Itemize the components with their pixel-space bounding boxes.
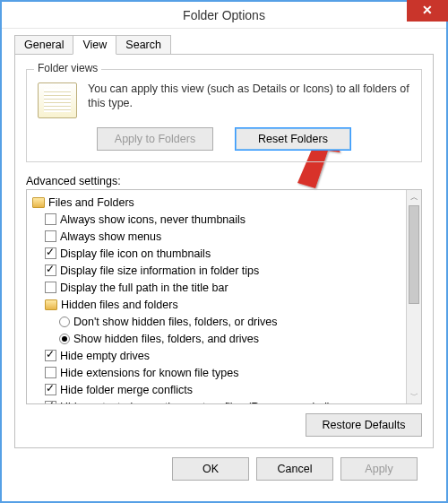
tree-item-label: Hide folder merge conflicts <box>60 384 193 396</box>
tab-general[interactable]: General <box>14 35 73 55</box>
checkbox-icon[interactable] <box>45 213 56 225</box>
checkbox-icon[interactable] <box>45 401 56 403</box>
window-title: Folder Options <box>2 2 446 29</box>
scroll-thumb[interactable] <box>409 205 419 304</box>
reset-folders-button[interactable]: Reset Folders <box>235 127 351 151</box>
folder-views-label: Folder views <box>34 62 101 74</box>
advanced-settings-label: Advanced settings: <box>26 175 422 187</box>
checkbox-icon[interactable] <box>45 282 56 293</box>
tab-panel-view: Folder views You can apply this view (su… <box>14 54 434 448</box>
cancel-button[interactable]: Cancel <box>256 457 333 481</box>
tree-item-label: Display file size information in folder … <box>60 265 259 277</box>
folder-views-row: You can apply this view (such as Details… <box>38 82 410 118</box>
tree-item-label: Display file icon on thumbnails <box>60 247 211 260</box>
tab-view[interactable]: View <box>73 35 116 55</box>
tree-item[interactable]: Always show menus <box>32 228 406 245</box>
tab-search[interactable]: Search <box>116 35 171 55</box>
scroll-down-arrow[interactable]: ﹀ <box>407 388 421 403</box>
checkbox-icon[interactable] <box>45 265 56 276</box>
tree-item[interactable]: Hide protected operating system files (R… <box>32 398 406 403</box>
tree-root: Files and Folders <box>32 194 406 211</box>
tree-root-label: Files and Folders <box>48 196 134 209</box>
tree-item-label: Hide empty drives <box>60 350 150 362</box>
folder-icon <box>32 197 45 208</box>
tree-item[interactable]: Display file icon on thumbnails <box>32 245 406 262</box>
content-area: General View Search Folder views You can… <box>2 29 446 490</box>
folder-views-buttons: Apply to Folders Reset Folders <box>38 127 410 151</box>
tree-item-label: Hide protected operating system files (R… <box>60 401 331 404</box>
checkbox-icon[interactable] <box>45 247 56 259</box>
scroll-up-arrow[interactable]: ︿ <box>407 190 421 205</box>
folder-options-window: Folder Options ✕ General View Search Fol… <box>0 0 448 503</box>
checkbox-icon[interactable] <box>45 384 56 395</box>
tree-item-label: Don't show hidden files, folders, or dri… <box>73 316 278 328</box>
tree-item[interactable]: Hide extensions for known file types <box>32 364 406 381</box>
tree-radio-item[interactable]: Show hidden files, folders, and drives <box>32 330 406 347</box>
restore-row: Restore Defaults <box>26 413 422 437</box>
tree-group: Hidden files and folders <box>32 296 406 313</box>
radio-icon[interactable] <box>59 334 70 344</box>
tree-item[interactable]: Hide folder merge conflicts <box>32 381 406 398</box>
restore-defaults-button[interactable]: Restore Defaults <box>306 413 422 437</box>
apply-button[interactable]: Apply <box>340 457 418 481</box>
tree-item-label: Always show menus <box>60 230 161 243</box>
tree-item-label: Display the full path in the title bar <box>60 282 228 294</box>
tree-item-label: Hide extensions for known file types <box>60 367 238 379</box>
advanced-settings-box: Files and Folders Always show icons, nev… <box>26 189 422 404</box>
checkbox-icon[interactable] <box>45 230 56 242</box>
tab-strip: General View Search <box>14 35 434 55</box>
apply-to-folders-button[interactable]: Apply to Folders <box>97 127 213 151</box>
checkbox-icon[interactable] <box>45 350 56 361</box>
tree-item-label: Show hidden files, folders, and drives <box>73 333 259 345</box>
tree-item[interactable]: Always show icons, never thumbnails <box>32 211 406 228</box>
tree-item-label: Always show icons, never thumbnails <box>60 213 246 226</box>
dialog-footer: OK Cancel Apply <box>14 448 434 481</box>
close-button[interactable]: ✕ <box>407 0 448 22</box>
folder-icon <box>45 299 57 310</box>
scroll-track[interactable] <box>407 304 421 388</box>
tree-item[interactable]: Hide empty drives <box>32 347 406 364</box>
scrollbar[interactable]: ︿ ﹀ <box>406 190 421 403</box>
tree-item[interactable]: Display the full path in the title bar <box>32 279 406 296</box>
tree-item[interactable]: Display file size information in folder … <box>32 262 406 279</box>
folder-views-icon <box>38 82 77 118</box>
checkbox-icon[interactable] <box>45 367 56 378</box>
folder-views-description: You can apply this view (such as Details… <box>88 82 410 118</box>
tree-radio-item[interactable]: Don't show hidden files, folders, or dri… <box>32 313 406 330</box>
radio-icon[interactable] <box>59 317 70 327</box>
folder-views-group: Folder views You can apply this view (su… <box>26 69 422 162</box>
advanced-tree[interactable]: Files and Folders Always show icons, nev… <box>27 190 406 403</box>
ok-button[interactable]: OK <box>172 457 249 481</box>
tree-group-label: Hidden files and folders <box>61 299 178 311</box>
titlebar: Folder Options ✕ <box>2 2 446 29</box>
